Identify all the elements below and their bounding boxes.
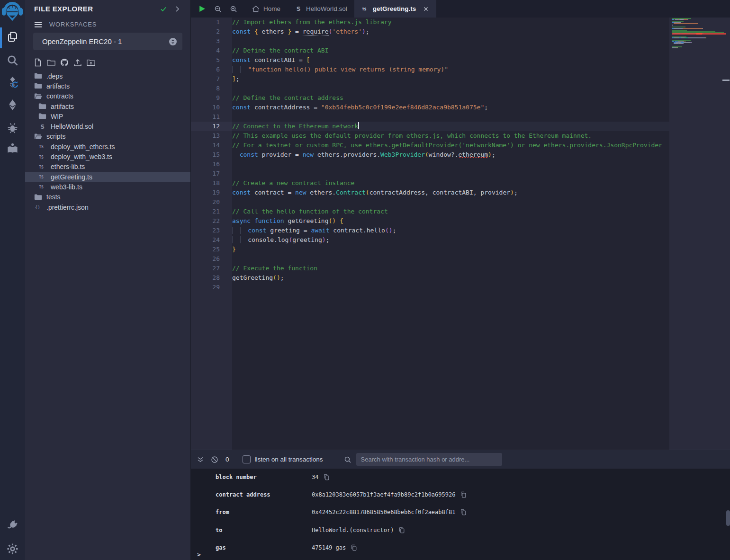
code-line[interactable]: 2const { ethers } = require('ethers'); xyxy=(191,27,669,36)
code-line[interactable]: 26 xyxy=(191,254,669,264)
file-explorer-icon[interactable] xyxy=(6,30,19,43)
tree-item-deploy-with-ethers-ts[interactable]: TSdeploy_with_ethers.ts xyxy=(25,142,190,151)
file-tree: .depsartifactscontractsartifactsWIPSHell… xyxy=(25,71,190,212)
zoom-out-button[interactable] xyxy=(214,5,222,13)
code-line[interactable]: 17 xyxy=(191,169,669,178)
line-number: 26 xyxy=(191,254,232,264)
code-line[interactable]: 23 const greeting = await contract.hello… xyxy=(191,226,669,235)
tree-item-getgreeting-ts[interactable]: TSgetGreeting.ts xyxy=(25,172,190,182)
svg-text:S: S xyxy=(40,124,45,130)
zoom-in-button[interactable] xyxy=(230,5,237,13)
copy-icon[interactable] xyxy=(351,544,357,551)
code-line[interactable]: 12// Connect to the Ethereum network xyxy=(191,122,669,131)
code-line[interactable]: 11 xyxy=(191,112,669,122)
code-area[interactable]: 1// Import ethers from the ethers.js lib… xyxy=(191,18,669,450)
line-number: 6 xyxy=(191,65,232,74)
tree-item-helloworld-sol[interactable]: SHelloWorld.sol xyxy=(25,121,190,131)
tree-item--deps[interactable]: .deps xyxy=(25,71,190,81)
tree-item-artifacts[interactable]: artifacts xyxy=(25,101,190,111)
tree-item-artifacts[interactable]: artifacts xyxy=(25,81,190,91)
tree-item-label: web3-lib.ts xyxy=(51,183,82,191)
code-line[interactable]: 7]; xyxy=(191,74,669,84)
tree-item-ethers-lib-ts[interactable]: TSethers-lib.ts xyxy=(25,162,190,172)
code-line[interactable]: 25} xyxy=(191,245,669,254)
code-line[interactable]: 4// Define the contract ABI xyxy=(191,46,669,55)
code-line[interactable]: 27// Execute the function xyxy=(191,264,669,273)
overview-ruler-cursor-mark xyxy=(722,80,730,81)
code-line[interactable]: 8 xyxy=(191,84,669,93)
listen-transactions-checkbox[interactable] xyxy=(243,455,251,463)
confirm-check-icon[interactable] xyxy=(160,5,167,13)
code-line[interactable]: 18// Create a new contract instance xyxy=(191,178,669,188)
code-line[interactable]: 3 xyxy=(191,36,669,46)
transaction-search-input[interactable] xyxy=(356,453,502,466)
new-folder-icon[interactable] xyxy=(47,58,55,67)
debugger-icon[interactable] xyxy=(6,121,19,134)
tab-label: Home xyxy=(263,5,280,12)
minimap[interactable] xyxy=(672,18,726,50)
copy-icon[interactable] xyxy=(398,527,405,533)
code-line[interactable]: 10const contractAddress = "0xb54febb5c0c… xyxy=(191,103,669,112)
tree-item-wip[interactable]: WIP xyxy=(25,111,190,121)
tab-getgreeting-ts[interactable]: TSgetGreeting.ts xyxy=(354,0,437,18)
deploy-run-icon[interactable] xyxy=(6,98,19,111)
search-icon[interactable] xyxy=(6,54,19,67)
copy-icon[interactable] xyxy=(460,509,467,516)
code-line[interactable]: 14// For a testnet or custom RPC, use et… xyxy=(191,141,669,150)
code-line[interactable]: 5const contractABI = [ xyxy=(191,55,669,65)
learneth-icon[interactable] xyxy=(6,142,19,155)
workspaces-label: WORKSPACES xyxy=(49,21,97,28)
line-number: 5 xyxy=(191,55,232,65)
tree-item-deploy-with-web3-ts[interactable]: TSdeploy_with_web3.ts xyxy=(25,151,190,161)
remix-logo-icon[interactable] xyxy=(1,1,23,23)
upload-folder-icon[interactable] xyxy=(87,58,95,67)
tree-item-label: deploy_with_ethers.ts xyxy=(51,143,115,151)
copy-icon[interactable] xyxy=(460,491,467,498)
workspaces-menu-icon[interactable] xyxy=(34,21,42,28)
code-line[interactable]: 24 console.log(greeting); xyxy=(191,235,669,245)
code-line[interactable]: 21// Call the hello function of the cont… xyxy=(191,207,669,216)
line-number: 1 xyxy=(191,18,232,27)
code-line[interactable]: 29 xyxy=(191,283,669,292)
code-line[interactable]: 1// Import ethers from the ethers.js lib… xyxy=(191,18,669,27)
new-file-icon[interactable] xyxy=(34,58,42,67)
close-tab-icon[interactable] xyxy=(423,6,429,12)
code-line[interactable]: 15 const provider = new ethers.providers… xyxy=(191,150,669,160)
code-line[interactable]: 22async function getGreeting() { xyxy=(191,216,669,226)
copy-icon[interactable] xyxy=(323,474,330,480)
line-content: // Define the contract address xyxy=(232,93,343,103)
run-script-button[interactable] xyxy=(198,5,206,13)
solidity-compiler-icon[interactable] xyxy=(6,76,19,89)
plugin-manager-icon[interactable] xyxy=(6,519,19,532)
code-line[interactable]: 13// This example uses the default provi… xyxy=(191,131,669,141)
tree-item--prettierrc-json[interactable]: {).prettierrc.json xyxy=(25,202,190,212)
settings-icon[interactable] xyxy=(6,542,19,555)
github-icon[interactable] xyxy=(60,58,69,67)
code-line[interactable]: 6 "function hello() public view returns … xyxy=(191,65,669,74)
tree-item-label: .deps xyxy=(46,72,63,80)
svg-text:TS: TS xyxy=(39,155,44,159)
tab-home[interactable]: Home xyxy=(245,0,288,18)
tab-label: getGreeting.ts xyxy=(373,5,416,12)
terminal-output[interactable]: > block number34contract address0x8a1203… xyxy=(191,469,730,560)
terminal-log-row: gas475149 gas xyxy=(191,543,721,552)
svg-text:TS: TS xyxy=(39,165,44,169)
code-line[interactable]: 19const contract = new ethers.Contract(c… xyxy=(191,188,669,197)
code-line[interactable]: 9// Define the contract address xyxy=(191,93,669,103)
terminal-scrollbar-thumb[interactable] xyxy=(726,510,730,526)
upload-file-icon[interactable] xyxy=(73,58,82,67)
clear-console-icon[interactable] xyxy=(211,456,218,463)
chevron-right-icon[interactable] xyxy=(173,5,181,13)
tree-item-web3-lib-ts[interactable]: TSweb3-lib.ts xyxy=(25,182,190,192)
tab-helloworld-sol[interactable]: SHelloWorld.sol xyxy=(288,0,354,18)
tree-item-tests[interactable]: tests xyxy=(25,192,190,202)
tree-item-scripts[interactable]: scripts xyxy=(25,132,190,142)
tree-item-contracts[interactable]: contracts xyxy=(25,91,190,101)
code-line[interactable]: 20 xyxy=(191,197,669,207)
terminal-log-row: contract address0x8a120383e6057b1f3aef4f… xyxy=(191,490,721,499)
workspace-selector[interactable]: OpenZeppelin ERC20 - 1 xyxy=(33,33,182,50)
expand-terminal-icon[interactable] xyxy=(197,456,204,463)
code-line[interactable]: 28getGreeting(); xyxy=(191,273,669,283)
code-line[interactable]: 16 xyxy=(191,160,669,169)
line-content: const contract = new ethers.Contract(con… xyxy=(232,188,518,197)
